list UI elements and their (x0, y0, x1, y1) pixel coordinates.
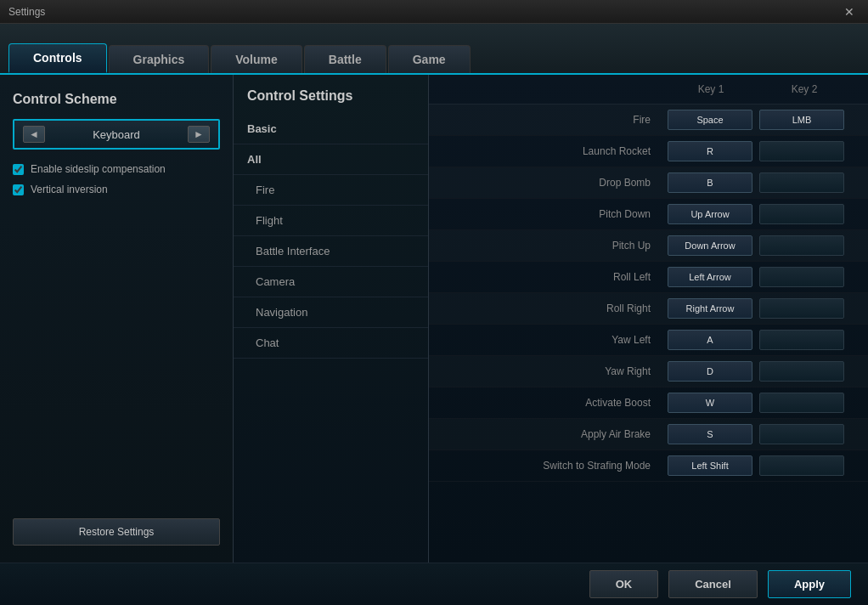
action-name: Pitch Down (446, 208, 668, 220)
key-row: Pitch DownUp Arrow (429, 199, 868, 230)
key2-button[interactable] (759, 298, 844, 319)
category-basic[interactable]: Basic (234, 114, 428, 144)
sideslip-checkbox[interactable] (13, 164, 24, 175)
category-navigation[interactable]: Navigation (234, 297, 428, 328)
vertical-inversion-checkbox-label[interactable]: Vertical inversion (13, 184, 220, 195)
sideslip-checkbox-label[interactable]: Enable sideslip compensation (13, 163, 220, 175)
key2-button[interactable] (759, 361, 844, 382)
action-name: Roll Right (446, 302, 668, 314)
category-chat[interactable]: Chat (234, 328, 428, 359)
key1-button[interactable]: Space (668, 110, 752, 130)
category-battle-interface[interactable]: Battle Interface (234, 236, 428, 267)
key1-button[interactable]: Down Arrow (668, 235, 752, 256)
main-area: Control Scheme ◄ Keyboard ► Enable sides… (0, 75, 868, 563)
key-row: FireSpaceLMB (429, 105, 868, 136)
key-row: Yaw LeftA (429, 325, 868, 356)
action-name: Launch Rocket (446, 145, 668, 157)
action-name: Activate Boost (446, 397, 668, 409)
tab-bar: ControlsGraphicsVolumeBattleGame (0, 24, 868, 75)
key-row: Launch RocketR (429, 136, 868, 167)
key2-button[interactable] (759, 267, 844, 287)
key2-button[interactable] (759, 455, 844, 476)
category-flight[interactable]: Flight (234, 206, 428, 236)
action-name: Fire (446, 114, 668, 126)
key2-button[interactable] (759, 235, 844, 256)
next-scheme-button[interactable]: ► (188, 126, 210, 143)
close-button[interactable]: ✕ (839, 3, 860, 20)
category-fire[interactable]: Fire (234, 175, 428, 206)
restore-settings-button[interactable]: Restore Settings (13, 518, 220, 546)
vertical-inversion-label: Vertical inversion (31, 184, 108, 195)
key-row: Switch to Strafing ModeLeft Shift (429, 450, 868, 482)
key-row: Pitch UpDown Arrow (429, 230, 868, 262)
keyboard-label: Keyboard (45, 128, 188, 141)
key1-button[interactable]: R (668, 141, 752, 161)
key2-col-header: Key 2 (758, 83, 851, 95)
action-name: Roll Left (446, 271, 668, 283)
key2-button[interactable] (759, 172, 844, 193)
key-row: Drop BombB (429, 167, 868, 199)
key1-button[interactable]: S (668, 424, 752, 444)
action-col-header (446, 83, 664, 95)
ok-button[interactable]: OK (589, 570, 659, 598)
prev-scheme-button[interactable]: ◄ (23, 126, 45, 143)
action-name: Apply Air Brake (446, 428, 668, 440)
tab-graphics[interactable]: Graphics (109, 45, 210, 73)
key1-button[interactable]: A (668, 330, 752, 350)
key2-button[interactable] (759, 393, 844, 413)
key2-button[interactable] (759, 141, 844, 161)
bottom-bar: OK Cancel Apply (0, 563, 868, 605)
key1-button[interactable]: Left Arrow (668, 267, 752, 287)
title-bar: Settings ✕ (0, 0, 868, 24)
action-name: Yaw Right (446, 365, 668, 377)
tab-volume[interactable]: Volume (211, 45, 302, 73)
key-row: Roll RightRight Arrow (429, 293, 868, 325)
control-scheme-title: Control Scheme (13, 92, 220, 107)
key1-button[interactable]: Up Arrow (668, 204, 752, 224)
action-name: Drop Bomb (446, 177, 668, 189)
key2-button[interactable] (759, 330, 844, 350)
tab-game[interactable]: Game (388, 45, 471, 73)
key-bindings-header: Key 1 Key 2 (429, 75, 868, 105)
key1-button[interactable]: Left Shift (668, 455, 752, 476)
action-name: Yaw Left (446, 334, 668, 346)
key1-button[interactable]: Right Arrow (668, 298, 752, 319)
action-name: Pitch Up (446, 240, 668, 252)
keyboard-selector: ◄ Keyboard ► (13, 119, 220, 150)
key2-button[interactable]: LMB (759, 110, 844, 130)
key1-button[interactable]: B (668, 172, 752, 193)
cancel-button[interactable]: Cancel (668, 570, 758, 598)
control-settings-title: Control Settings (234, 75, 428, 114)
vertical-inversion-checkbox[interactable] (13, 184, 24, 195)
apply-button[interactable]: Apply (768, 570, 851, 598)
tab-battle[interactable]: Battle (304, 45, 386, 73)
key-row: Yaw RightD (429, 356, 868, 387)
action-name: Switch to Strafing Mode (446, 460, 668, 472)
tab-controls[interactable]: Controls (8, 43, 107, 73)
key1-button[interactable]: D (668, 361, 752, 382)
window-title: Settings (8, 6, 45, 18)
key-row: Apply Air BrakeS (429, 419, 868, 450)
sideslip-label: Enable sideslip compensation (31, 163, 166, 175)
key2-button[interactable] (759, 424, 844, 444)
right-panel[interactable]: Key 1 Key 2 FireSpaceLMBLaunch RocketRDr… (429, 75, 868, 563)
category-all[interactable]: All (234, 144, 428, 175)
middle-panel: Control Settings BasicAllFireFlightBattl… (234, 75, 429, 563)
left-panel: Control Scheme ◄ Keyboard ► Enable sides… (0, 75, 234, 563)
category-camera[interactable]: Camera (234, 267, 428, 297)
key-row: Roll LeftLeft Arrow (429, 262, 868, 293)
key1-button[interactable]: W (668, 393, 752, 413)
key1-col-header: Key 1 (664, 83, 758, 95)
key-row: Activate BoostW (429, 387, 868, 419)
key2-button[interactable] (759, 204, 844, 224)
